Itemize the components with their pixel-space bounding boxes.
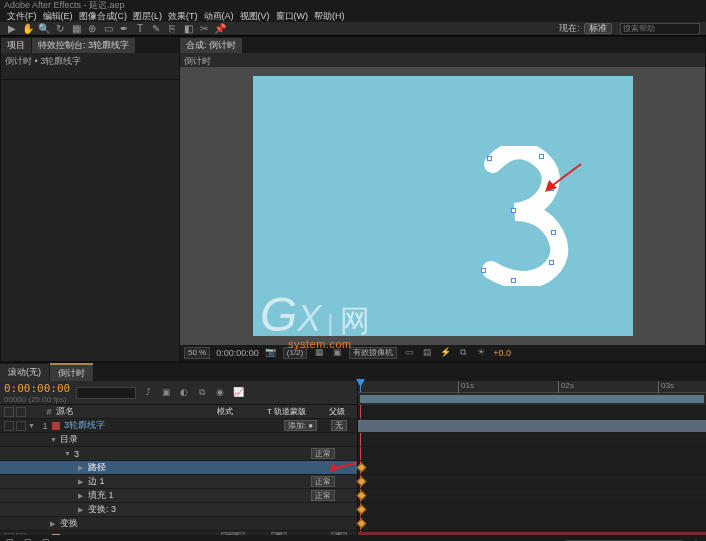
twirl-icon[interactable]: ▶ <box>50 520 60 528</box>
viewer-tab[interactable]: 合成: 倒计时 <box>180 38 242 53</box>
bezier-anchor-icon[interactable] <box>511 278 516 283</box>
anchor-tool-icon[interactable]: ⊕ <box>86 23 98 35</box>
exposure-icon[interactable]: ☀ <box>475 347 487 359</box>
keyframe-icon[interactable] <box>357 519 367 529</box>
bezier-anchor-icon[interactable] <box>551 230 556 235</box>
menu-view[interactable]: 视图(V) <box>237 10 273 23</box>
composition-canvas[interactable] <box>253 76 633 336</box>
blend-mode-dropdown[interactable]: 正常 <box>311 476 335 487</box>
comp-flowchart-icon[interactable]: ⤴ <box>142 387 154 399</box>
pen-tool-icon[interactable]: ✒ <box>118 23 130 35</box>
shape-tool-icon[interactable]: ▭ <box>102 23 114 35</box>
zoom-tool-icon[interactable]: 🔍 <box>38 23 50 35</box>
project-item-path[interactable]: 倒计时 • 3轮廓线字 <box>5 56 81 66</box>
bezier-anchor-icon[interactable] <box>539 154 544 159</box>
lock-column-icon[interactable] <box>16 407 26 417</box>
parent-dropdown[interactable]: 无 <box>331 420 347 431</box>
layer-row[interactable]: ▼ 1 3轮廓线字 添加: ● 无 <box>0 419 357 433</box>
help-search-input[interactable] <box>620 23 700 35</box>
menu-layer[interactable]: 图层(L) <box>130 10 165 23</box>
timeline-tab-1[interactable]: 倒计时 <box>50 363 93 382</box>
exposure-value[interactable]: +0.0 <box>493 348 511 358</box>
blend-mode-dropdown[interactable]: 正常 <box>311 448 335 459</box>
layer-search-input[interactable] <box>76 387 136 399</box>
twirl-icon[interactable]: ▶ <box>78 492 88 500</box>
keyframe-icon[interactable] <box>357 477 367 487</box>
roto-tool-icon[interactable]: ✂ <box>198 23 210 35</box>
toggle-switches-icon[interactable]: ⊞ <box>4 537 16 541</box>
keyframe-icon[interactable] <box>357 463 367 473</box>
twirl-icon[interactable]: ▶ <box>78 478 88 486</box>
viewer-canvas-wrap[interactable]: GX|网 system.com <box>180 67 705 345</box>
timeline-icon[interactable]: ⧉ <box>457 347 469 359</box>
bezier-anchor-icon[interactable] <box>549 260 554 265</box>
selection-tool-icon[interactable]: ▶ <box>6 23 18 35</box>
camera-dropdown[interactable]: 有效摄像机 <box>349 347 397 359</box>
puppet-tool-icon[interactable]: 📌 <box>214 23 226 35</box>
shy-icon[interactable]: ◐ <box>178 387 190 399</box>
viewer-time[interactable]: 0:00:00:00 <box>216 348 259 358</box>
brush-tool-icon[interactable]: ✎ <box>150 23 162 35</box>
current-time-indicator[interactable] <box>360 381 361 392</box>
shape-group[interactable]: ▼ 3 正常 <box>0 447 357 461</box>
fast-preview-icon[interactable]: ⚡ <box>439 347 451 359</box>
lock-toggle[interactable] <box>16 421 26 431</box>
view-layout-icon[interactable]: ▭ <box>403 347 415 359</box>
twirl-icon[interactable]: ▼ <box>64 450 74 457</box>
resolution-dropdown[interactable]: (1/2) <box>283 347 307 359</box>
twirl-icon[interactable]: ▶ <box>78 506 88 514</box>
eye-column-icon[interactable] <box>4 407 14 417</box>
menu-composition[interactable]: 图像合成(C) <box>76 10 131 23</box>
workspace-dropdown[interactable]: 标准 <box>584 23 612 34</box>
menu-help[interactable]: 帮助(H) <box>311 10 348 23</box>
bezier-anchor-icon[interactable] <box>487 156 492 161</box>
viewer-subtab[interactable]: 倒计时 <box>184 56 211 66</box>
snapshot-icon[interactable]: 📷 <box>265 347 277 359</box>
bezier-anchor-icon[interactable] <box>549 186 554 191</box>
menu-window[interactable]: 窗口(W) <box>273 10 312 23</box>
twirl-icon[interactable]: ▶ <box>78 464 88 472</box>
tab-effect-controls[interactable]: 特效控制台: 3轮廓线字 <box>32 38 135 53</box>
timeline-tab-0[interactable]: 滚动(无) <box>0 364 49 381</box>
timeline-tracks[interactable] <box>358 405 706 535</box>
toggle-parent-icon[interactable]: ⊡ <box>40 537 52 541</box>
visibility-toggle[interactable] <box>4 421 14 431</box>
work-area-bar[interactable] <box>358 393 706 405</box>
zoom-in-icon[interactable]: ▲ <box>690 537 702 541</box>
text-tool-icon[interactable]: T <box>134 23 146 35</box>
rotate-tool-icon[interactable]: ↻ <box>54 23 66 35</box>
frame-blend-icon[interactable]: ⧉ <box>196 387 208 399</box>
camera-tool-icon[interactable]: ▦ <box>70 23 82 35</box>
motion-blur-icon[interactable]: ◉ <box>214 387 226 399</box>
layer-name[interactable]: 3轮廓线字 <box>64 419 280 432</box>
path-property[interactable]: ▶ 路径 <box>0 461 357 475</box>
transform-group[interactable]: ▶ 变换 <box>0 517 357 531</box>
add-dropdown[interactable]: 添加: ● <box>284 420 317 431</box>
contents-group[interactable]: ▼ 目录 <box>0 433 357 447</box>
pixel-aspect-icon[interactable]: ▤ <box>421 347 433 359</box>
transform-shape-property[interactable]: ▶ 变换: 3 <box>0 503 357 517</box>
blend-mode-dropdown[interactable]: 正常 <box>311 490 335 501</box>
draft3d-icon[interactable]: ▣ <box>160 387 172 399</box>
layer-color-icon[interactable] <box>52 422 60 430</box>
eraser-tool-icon[interactable]: ◧ <box>182 23 194 35</box>
zoom-dropdown[interactable]: 50 % <box>184 347 210 359</box>
menu-file[interactable]: 文件(F) <box>4 10 40 23</box>
bezier-anchor-icon[interactable] <box>511 208 516 213</box>
bezier-anchor-icon[interactable] <box>481 268 486 273</box>
mask-icon[interactable]: ▣ <box>331 347 343 359</box>
twirl-icon[interactable]: ▼ <box>50 436 60 443</box>
twirl-icon[interactable]: ▼ <box>28 422 38 429</box>
time-ruler[interactable]: 01s 02s 03s <box>358 381 706 393</box>
graph-editor-icon[interactable]: 📈 <box>232 387 244 399</box>
toggle-modes-icon[interactable]: ⊟ <box>22 537 34 541</box>
keyframe-icon[interactable] <box>357 505 367 515</box>
zoom-out-icon[interactable]: ▬ <box>546 537 558 541</box>
shape-layer-3[interactable] <box>473 146 573 286</box>
menu-animation[interactable]: 动画(A) <box>201 10 237 23</box>
tab-project[interactable]: 项目 <box>1 38 31 53</box>
current-timecode[interactable]: 0:00:00:00 <box>4 382 70 395</box>
hand-tool-icon[interactable]: ✋ <box>22 23 34 35</box>
menu-edit[interactable]: 编辑(E) <box>40 10 76 23</box>
menu-effect[interactable]: 效果(T) <box>165 10 201 23</box>
